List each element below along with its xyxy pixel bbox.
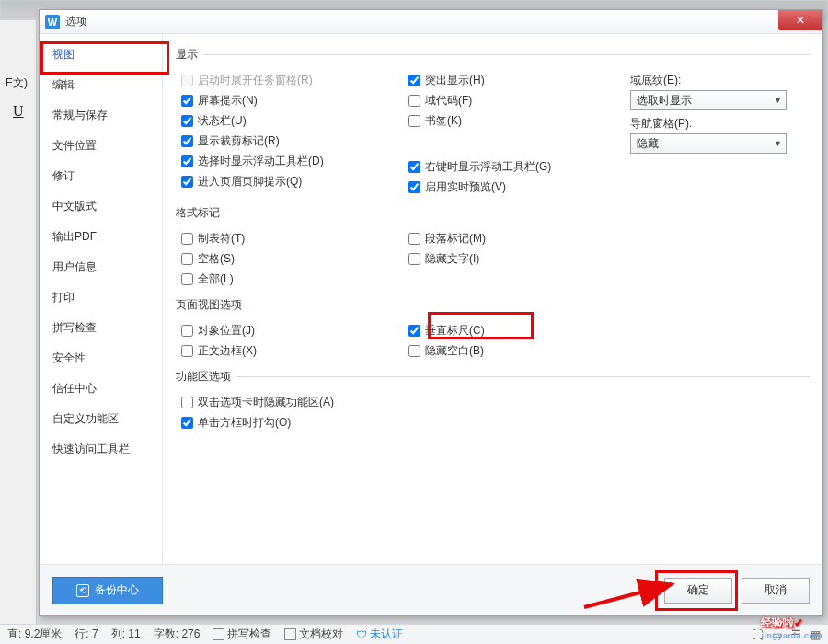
sidebar-item-revision[interactable]: 修订: [40, 161, 162, 191]
chk-object-position[interactable]: 对象位置(J): [181, 323, 403, 339]
sidebar-item-qat[interactable]: 快速访问工具栏: [40, 434, 162, 465]
options-dialog: W 选项 ✕ 视图 编辑 常规与保存 文件位置 修订 中文版式 输出PDF 用户…: [39, 9, 823, 616]
chk-all-marks[interactable]: 全部(L): [181, 271, 403, 287]
close-button[interactable]: ✕: [778, 10, 822, 30]
group-marks: 格式标记: [176, 205, 810, 221]
sidebar-item-trustcenter[interactable]: 信任中心: [40, 374, 162, 404]
chk-bookmarks[interactable]: 书签(K): [408, 113, 630, 129]
cancel-button[interactable]: 取消: [742, 578, 810, 604]
status-spellcheck[interactable]: 拼写检查: [213, 627, 271, 642]
combo-field-shading[interactable]: 选取时显示▼: [630, 90, 787, 110]
sidebar-item-print[interactable]: 打印: [40, 282, 162, 313]
statusbar: 直: 9.2厘米 行: 7 列: 11 字数: 276 拼写检查 文档校对 🛡未…: [0, 624, 828, 644]
sidebar-item-userinfo[interactable]: 用户信息: [40, 252, 162, 282]
status-dimension: 直: 9.2厘米: [7, 627, 62, 642]
chk-float-toolbar-select[interactable]: 选择时显示浮动工具栏(D): [181, 154, 403, 169]
group-display: 显示: [176, 47, 810, 63]
chk-field-codes[interactable]: 域代码(F): [408, 93, 630, 109]
status-row: 行: 7: [75, 627, 98, 642]
sidebar-item-filelocation[interactable]: 文件位置: [40, 131, 162, 161]
status-auth[interactable]: 🛡未认证: [356, 627, 403, 642]
chk-highlight[interactable]: 突出显示(H): [408, 73, 630, 88]
lbl-nav-pane: 导航窗格(P):: [630, 116, 810, 132]
lbl-field-shading: 域底纹(E):: [630, 73, 810, 88]
dialog-title: 选项: [65, 14, 87, 29]
side-format-label: E文): [6, 75, 28, 91]
chk-space-marks[interactable]: 空格(S): [181, 251, 403, 267]
chk-float-toolbar-rightclick[interactable]: 右键时显示浮动工具栏(G): [408, 159, 630, 175]
chk-tab-marks[interactable]: 制表符(T): [181, 231, 403, 247]
chk-screen-tips[interactable]: 屏幕提示(N): [181, 93, 403, 109]
underline-icon[interactable]: U: [13, 103, 24, 120]
group-pageview: 页面视图选项: [176, 297, 810, 313]
sidebar-item-security[interactable]: 安全性: [40, 343, 162, 374]
chk-text-border[interactable]: 正文边框(X): [181, 343, 403, 359]
chk-live-preview[interactable]: 启用实时预览(V): [408, 179, 630, 195]
sidebar-item-spellcheck[interactable]: 拼写检查: [40, 313, 162, 343]
sidebar-item-general[interactable]: 常规与保存: [40, 100, 162, 131]
combo-nav-pane[interactable]: 隐藏▼: [630, 133, 787, 154]
chk-hidden-text[interactable]: 隐藏文字(I): [408, 251, 630, 267]
content-panel: 显示 启动时展开任务窗格(R) 屏幕提示(N) 状态栏(U) 显示裁剪标记(R)…: [163, 34, 822, 564]
chevron-down-icon: ▼: [774, 96, 782, 105]
dialog-footer: ⟲ 备份中心 确定 取消: [40, 564, 822, 615]
backup-icon: ⟲: [76, 584, 89, 597]
shield-icon: 🛡: [356, 628, 367, 641]
spellcheck-icon: [213, 628, 224, 640]
chk-crop-marks[interactable]: 显示裁剪标记(R): [181, 133, 403, 149]
status-wordcount[interactable]: 字数: 276: [154, 627, 201, 642]
chk-paragraph-marks[interactable]: 段落标记(M): [408, 231, 630, 247]
watermark: 经验啦✓ jingyanla.com: [761, 615, 822, 640]
chevron-down-icon: ▼: [774, 139, 782, 148]
backup-center-button[interactable]: ⟲ 备份中心: [52, 577, 163, 604]
sidebar: 视图 编辑 常规与保存 文件位置 修订 中文版式 输出PDF 用户信息 打印 拼…: [40, 34, 163, 564]
sidebar-item-edit[interactable]: 编辑: [40, 70, 162, 100]
group-ribbon: 功能区选项: [176, 369, 810, 385]
chk-hide-whitespace[interactable]: 隐藏空白(B): [408, 343, 630, 359]
sidebar-item-pdf[interactable]: 输出PDF: [40, 222, 162, 252]
chk-header-footer-hint[interactable]: 进入页眉页脚提示(Q): [181, 174, 403, 190]
sidebar-item-view[interactable]: 视图: [40, 40, 162, 70]
chk-click-checkbox-tick[interactable]: 单击方框时打勾(O): [181, 415, 810, 431]
chk-startup-taskpane[interactable]: 启动时展开任务窗格(R): [181, 73, 403, 88]
chk-dblclick-hide-ribbon[interactable]: 双击选项卡时隐藏功能区(A): [181, 395, 810, 410]
chk-statusbar[interactable]: 状态栏(U): [181, 113, 403, 129]
sidebar-item-customribbon[interactable]: 自定义功能区: [40, 404, 162, 434]
app-icon: W: [45, 15, 60, 29]
status-proof[interactable]: 文档校对: [284, 627, 343, 642]
titlebar: W 选项 ✕: [40, 10, 822, 34]
chk-vertical-ruler[interactable]: 垂直标尺(C): [408, 323, 630, 339]
ok-button[interactable]: 确定: [664, 578, 732, 604]
proof-icon: [284, 628, 296, 640]
status-col: 列: 11: [111, 627, 141, 642]
sidebar-item-cjk[interactable]: 中文版式: [40, 191, 162, 222]
